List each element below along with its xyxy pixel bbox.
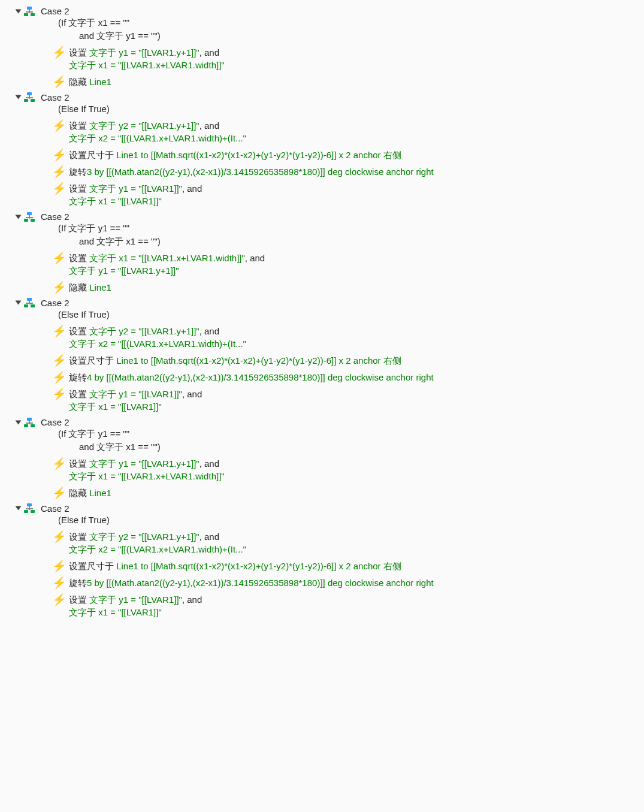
case-header[interactable]: Case 2 (3, 5, 641, 16)
condition-icon (24, 212, 35, 222)
expand-collapse-icon[interactable] (16, 95, 22, 99)
condition-icon (24, 503, 35, 513)
case-header[interactable]: Case 2 (3, 91, 641, 102)
lightning-icon: ⚡ (52, 166, 63, 177)
lightning-icon: ⚡ (52, 47, 63, 58)
action-text: 旋转3 by [[(Math.atan2((y2-y1),(x2-x1))/3.… (69, 165, 641, 179)
case-condition-and: and 文字于 x1 == "") (3, 235, 641, 248)
interaction-tree: Case 2(If 文字于 x1 == ""and 文字于 y1 == "")⚡… (3, 5, 641, 619)
action-text: 设置 文字于 y1 = "[[LVAR1]]", and文字于 x1 = "[[… (69, 388, 641, 414)
action-text: 设置 文字于 y1 = "[[LVAR1]]", and文字于 x1 = "[[… (69, 182, 641, 209)
action-row[interactable]: ⚡设置 文字于 y1 = "[[LVAR1.y+1]]", and文字于 x1 … (3, 457, 641, 484)
case-block: Case 2(If 文字于 x1 == ""and 文字于 y1 == "")⚡… (3, 5, 641, 89)
action-row[interactable]: ⚡设置 文字于 y1 = "[[LVAR1]]", and文字于 x1 = "[… (3, 593, 641, 620)
action-text: 设置 文字于 y2 = "[[LVAR1.y+1]]", and文字于 x2 =… (69, 530, 641, 557)
lightning-icon: ⚡ (52, 282, 63, 293)
expand-collapse-icon[interactable] (16, 9, 22, 13)
action-row[interactable]: ⚡设置尺寸于 Line1 to [[Math.sqrt((x1-x2)*(x1-… (3, 149, 641, 162)
expand-collapse-icon[interactable] (16, 506, 22, 511)
condition-icon (24, 7, 35, 16)
case-condition: (If 文字于 y1 == "" (3, 222, 641, 235)
case-header[interactable]: Case 2 (3, 502, 641, 514)
action-text: 旋转4 by [[(Math.atan2((y2-y1),(x2-x1))/3.… (69, 371, 641, 384)
case-condition: (Else If True) (3, 102, 641, 116)
action-row[interactable]: ⚡隐藏 Line1 (3, 281, 641, 294)
action-row[interactable]: ⚡设置尺寸于 Line1 to [[Math.sqrt((x1-x2)*(x1-… (3, 354, 641, 367)
case-condition-and: and 文字于 x1 == "") (3, 440, 641, 454)
action-row[interactable]: ⚡隐藏 Line1 (3, 76, 641, 89)
expand-collapse-icon[interactable] (16, 301, 22, 305)
action-row[interactable]: ⚡设置 文字于 y2 = "[[LVAR1.y+1]]", and文字于 x2 … (3, 119, 641, 146)
action-text: 设置 文字于 x1 = "[[LVAR1.x+LVAR1.width]]", a… (69, 252, 641, 278)
action-row[interactable]: ⚡设置 文字于 y2 = "[[LVAR1.y+1]]", and文字于 x2 … (3, 325, 641, 351)
action-text: 设置 文字于 y1 = "[[LVAR1.y+1]]", and文字于 x1 =… (69, 46, 641, 73)
action-text: 设置 文字于 y1 = "[[LVAR1.y+1]]", and文字于 x1 =… (69, 457, 641, 484)
case-condition: (Else If True) (3, 308, 641, 321)
lightning-icon: ⚡ (52, 183, 63, 194)
action-text: 隐藏 Line1 (69, 76, 641, 89)
lightning-icon: ⚡ (52, 76, 63, 87)
case-title: Case 2 (41, 417, 69, 427)
action-row[interactable]: ⚡设置尺寸于 Line1 to [[Math.sqrt((x1-x2)*(x1-… (3, 560, 641, 573)
action-text: 设置尺寸于 Line1 to [[Math.sqrt((x1-x2)*(x1-x… (69, 354, 641, 367)
lightning-icon: ⚡ (52, 149, 63, 161)
action-row[interactable]: ⚡隐藏 Line1 (3, 487, 641, 500)
lightning-icon: ⚡ (52, 531, 63, 542)
lightning-icon: ⚡ (52, 458, 63, 469)
case-block: Case 2(Else If True)⚡设置 文字于 y2 = "[[LVAR… (3, 502, 641, 619)
case-header[interactable]: Case 2 (3, 416, 641, 427)
action-row[interactable]: ⚡设置 文字于 x1 = "[[LVAR1.x+LVAR1.width]]", … (3, 252, 641, 278)
case-condition-and: and 文字于 y1 == "") (3, 29, 641, 43)
action-row[interactable]: ⚡设置 文字于 y1 = "[[LVAR1.y+1]]", and文字于 x1 … (3, 46, 641, 73)
case-block: Case 2(Else If True)⚡设置 文字于 y2 = "[[LVAR… (3, 297, 641, 413)
lightning-icon: ⚡ (52, 577, 63, 588)
action-text: 隐藏 Line1 (69, 281, 641, 294)
case-title: Case 2 (41, 92, 69, 102)
action-row[interactable]: ⚡设置 文字于 y1 = "[[LVAR1]]", and文字于 x1 = "[… (3, 388, 641, 414)
action-text: 设置尺寸于 Line1 to [[Math.sqrt((x1-x2)*(x1-x… (69, 560, 641, 573)
lightning-icon: ⚡ (52, 325, 63, 337)
action-row[interactable]: ⚡旋转3 by [[(Math.atan2((y2-y1),(x2-x1))/3… (3, 165, 641, 179)
action-row[interactable]: ⚡旋转4 by [[(Math.atan2((y2-y1),(x2-x1))/3… (3, 371, 641, 384)
lightning-icon: ⚡ (52, 252, 63, 264)
action-text: 旋转5 by [[(Math.atan2((y2-y1),(x2-x1))/3.… (69, 576, 641, 590)
case-title: Case 2 (41, 212, 69, 222)
case-header[interactable]: Case 2 (3, 210, 641, 222)
case-block: Case 2(If 文字于 y1 == ""and 文字于 x1 == "")⚡… (3, 416, 641, 500)
case-title: Case 2 (41, 298, 69, 308)
case-header[interactable]: Case 2 (3, 297, 641, 308)
action-row[interactable]: ⚡设置 文字于 y1 = "[[LVAR1]]", and文字于 x1 = "[… (3, 182, 641, 209)
lightning-icon: ⚡ (52, 560, 63, 572)
lightning-icon: ⚡ (52, 388, 63, 400)
case-title: Case 2 (41, 6, 69, 16)
condition-icon (24, 92, 35, 102)
lightning-icon: ⚡ (52, 120, 63, 131)
case-condition: (If 文字于 x1 == "" (3, 16, 641, 29)
condition-icon (24, 418, 35, 427)
action-text: 设置尺寸于 Line1 to [[Math.sqrt((x1-x2)*(x1-x… (69, 149, 641, 162)
case-block: Case 2(If 文字于 y1 == ""and 文字于 x1 == "")⚡… (3, 210, 641, 294)
action-text: 隐藏 Line1 (69, 487, 641, 500)
condition-icon (24, 298, 35, 307)
action-row[interactable]: ⚡设置 文字于 y2 = "[[LVAR1.y+1]]", and文字于 x2 … (3, 530, 641, 557)
lightning-icon: ⚡ (52, 355, 63, 366)
case-condition: (Else If True) (3, 514, 641, 527)
case-block: Case 2(Else If True)⚡设置 文字于 y2 = "[[LVAR… (3, 91, 641, 208)
lightning-icon: ⚡ (52, 487, 63, 499)
action-row[interactable]: ⚡旋转5 by [[(Math.atan2((y2-y1),(x2-x1))/3… (3, 576, 641, 590)
action-text: 设置 文字于 y1 = "[[LVAR1]]", and文字于 x1 = "[[… (69, 593, 641, 620)
lightning-icon: ⚡ (52, 594, 63, 605)
lightning-icon: ⚡ (52, 372, 63, 383)
expand-collapse-icon[interactable] (16, 420, 22, 424)
action-text: 设置 文字于 y2 = "[[LVAR1.y+1]]", and文字于 x2 =… (69, 325, 641, 351)
expand-collapse-icon[interactable] (16, 215, 22, 219)
action-text: 设置 文字于 y2 = "[[LVAR1.y+1]]", and文字于 x2 =… (69, 119, 641, 146)
case-condition: (If 文字于 y1 == "" (3, 427, 641, 440)
case-title: Case 2 (41, 503, 69, 514)
